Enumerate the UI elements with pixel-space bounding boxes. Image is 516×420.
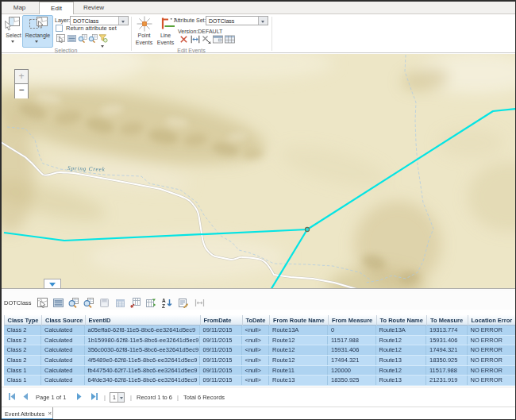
svg-text:Z: Z — [162, 303, 165, 309]
svg-text:Spring Creek: Spring Creek — [67, 165, 106, 173]
